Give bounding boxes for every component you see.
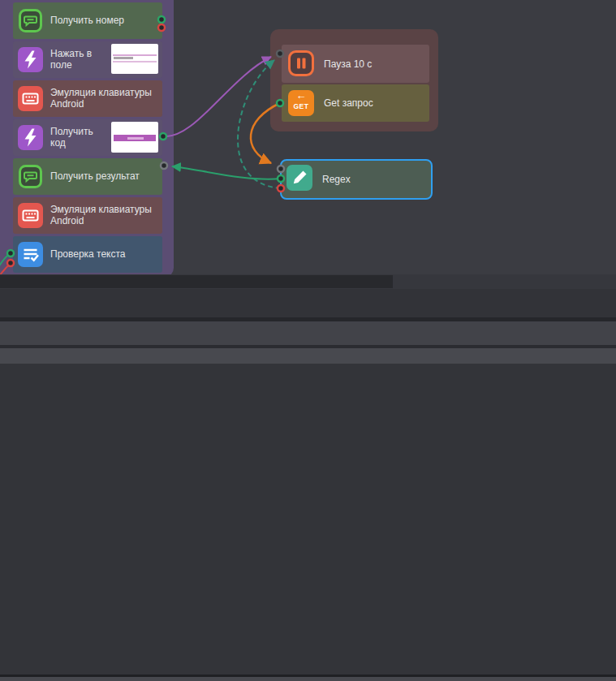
- node-check-text[interactable]: Проверка текста: [13, 236, 162, 273]
- panel-header-bar: [0, 321, 616, 345]
- flowchart-canvas[interactable]: Получить номер Нажать в поле: [0, 0, 616, 274]
- node-label: Проверка текста: [50, 236, 157, 273]
- lightning-icon: [18, 47, 43, 72]
- group-node[interactable]: Пауза 10 с ← GET Get запрос: [270, 29, 438, 131]
- node-emulate-keyboard[interactable]: Эмуляция клавиатуры Android: [13, 197, 162, 234]
- node-get-number[interactable]: Получить номер: [13, 2, 162, 39]
- node-label: Получить номер: [50, 2, 157, 39]
- get-badge: GET: [288, 102, 314, 110]
- element-screenshot-thumbnail: [111, 44, 158, 74]
- node-get-code[interactable]: Получить код: [13, 119, 162, 156]
- left-arrow-glyph: ←: [288, 89, 314, 101]
- node-label: Regex: [322, 161, 351, 198]
- wire-getcode-to-pause: [163, 57, 271, 136]
- node-label: Получить код: [50, 119, 109, 156]
- checklist-icon: [18, 242, 43, 267]
- node-get-request[interactable]: ← GET Get запрос: [282, 84, 429, 122]
- node-label: Получить результат: [50, 158, 157, 195]
- spacer: [0, 289, 616, 317]
- horizontal-scrollbar[interactable]: [0, 274, 616, 289]
- node-label: Get запрос: [324, 84, 373, 122]
- horizontal-scrollbar-thumb[interactable]: [0, 275, 393, 288]
- panel-subheader-bar: [0, 348, 616, 364]
- node-label: Эмуляция клавиатуры Android: [50, 197, 157, 234]
- properties-panel: {-Variable.smsStatus-} Regex Regex ОК ✓ …: [0, 364, 616, 675]
- keyboard-icon: [18, 203, 43, 228]
- pause-icon: [288, 50, 314, 76]
- node-get-result[interactable]: Получить результат: [13, 158, 162, 195]
- node-click-field[interactable]: Нажать в поле: [13, 41, 162, 78]
- node-emulate-keyboard[interactable]: Эмуляция клавиатуры Android: [13, 80, 162, 117]
- chat-icon: [18, 8, 43, 33]
- pencil-icon: [286, 165, 312, 191]
- node-label: Эмуляция клавиатуры Android: [50, 80, 157, 117]
- element-screenshot-thumbnail: [111, 122, 158, 153]
- get-request-icon: ← GET: [288, 90, 314, 116]
- node-regex-selected[interactable]: Regex: [280, 159, 433, 200]
- app-window: Получить номер Нажать в поле: [0, 0, 616, 681]
- lightning-icon: [18, 125, 43, 150]
- node-label: Пауза 10 с: [324, 45, 372, 83]
- wire-regex-to-getresult: [172, 166, 281, 179]
- keyboard-icon: [18, 86, 43, 111]
- status-bar: [0, 677, 616, 681]
- node-label: Нажать в поле: [50, 41, 109, 78]
- node-pause[interactable]: Пауза 10 с: [282, 45, 429, 83]
- chat-icon: [18, 164, 43, 189]
